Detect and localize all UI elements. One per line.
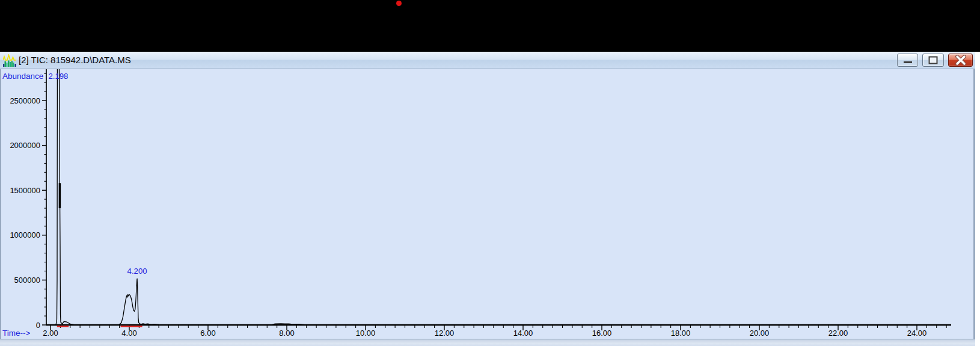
x-tick-label: 4.00: [121, 329, 136, 338]
x-tick-label: 16.00: [592, 329, 612, 338]
red-record-dot-icon: [396, 1, 402, 6]
close-icon: [954, 55, 967, 66]
window-bottom-frame: [0, 339, 975, 346]
peak-label: 4.200: [127, 267, 147, 276]
y-tick-label: 1500000: [10, 186, 40, 195]
x-tick-label: 14.00: [513, 329, 533, 338]
y-tick-label: 2500000: [10, 96, 40, 105]
y-tick-label: 1000000: [10, 230, 40, 239]
close-button[interactable]: [948, 54, 973, 67]
top-black-band: [0, 0, 980, 52]
titlebar[interactable]: [2] TIC: 815942.D\DATA.MS: [0, 52, 975, 69]
x-tick-label: 12.00: [435, 329, 455, 338]
x-tick-label: 22.00: [828, 329, 848, 338]
chromatogram-plot[interactable]: 050000010000001500000200000025000002.004…: [1, 69, 973, 339]
abundance-axis-label: Abundance: [2, 72, 43, 81]
x-tick-label: 20.00: [750, 329, 770, 338]
plot-area: 050000010000001500000200000025000002.004…: [0, 69, 975, 339]
minimize-button[interactable]: [897, 54, 918, 67]
window-controls: [897, 54, 973, 67]
maximize-icon: [929, 57, 938, 64]
x-tick-label: 24.00: [907, 329, 927, 338]
chromatogram-icon: [3, 54, 16, 67]
peak-label: 2.198: [48, 72, 68, 81]
tic-chromatogram-window: [2] TIC: 815942.D\DATA.MS 05000001000000…: [0, 52, 975, 346]
x-tick-label: 18.00: [671, 329, 691, 338]
minimize-icon: [904, 61, 912, 63]
tic-trace: [46, 69, 949, 325]
window-title: [2] TIC: 815942.D\DATA.MS: [19, 55, 131, 65]
maximize-button[interactable]: [922, 54, 944, 67]
y-tick-label: 500000: [14, 276, 40, 285]
y-tick-label: 0: [36, 321, 40, 330]
x-tick-label: 10.00: [356, 329, 376, 338]
x-tick-label: 2.00: [43, 329, 58, 338]
y-tick-label: 2000000: [10, 141, 40, 150]
x-tick-label: 6.00: [200, 329, 215, 338]
x-tick-label: 8.00: [279, 329, 294, 338]
time-axis-label: Time-->: [2, 329, 30, 338]
screen: [2] TIC: 815942.D\DATA.MS 05000001000000…: [0, 0, 980, 346]
